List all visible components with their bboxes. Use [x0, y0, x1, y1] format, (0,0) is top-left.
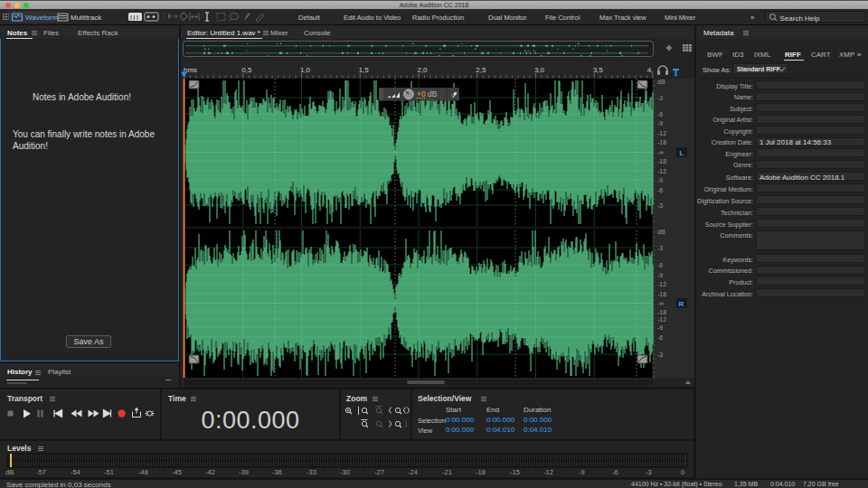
svg-text:-18: -18 [657, 309, 666, 315]
svg-text:-9: -9 [579, 468, 585, 476]
svg-text:-51: -51 [104, 468, 114, 476]
svg-text:2,5: 2,5 [476, 66, 486, 74]
svg-text:2,0: 2,0 [417, 66, 428, 74]
svg-text:dB: dB [657, 79, 665, 85]
svg-text:+0: +0 [417, 89, 426, 99]
svg-text:-18: -18 [657, 291, 666, 297]
svg-text:-33: -33 [307, 468, 316, 476]
svg-text:-24: -24 [408, 468, 418, 476]
svg-text:-9: -9 [657, 177, 663, 183]
svg-text:-3: -3 [646, 468, 652, 476]
svg-text:-3: -3 [657, 202, 663, 209]
svg-text:dB: dB [657, 229, 665, 235]
svg-text:0: 0 [681, 468, 684, 476]
svg-text:-6: -6 [657, 262, 663, 268]
svg-text:-6: -6 [657, 334, 663, 341]
svg-text:dB: dB [5, 468, 14, 476]
svg-text:3,5: 3,5 [593, 66, 604, 74]
svg-text:-12: -12 [657, 130, 666, 136]
svg-text:-9: -9 [657, 272, 663, 278]
svg-text:-18: -18 [476, 468, 486, 476]
svg-text:-42: -42 [205, 468, 215, 476]
svg-text:L: L [680, 149, 684, 157]
svg-text:-9: -9 [657, 324, 663, 331]
svg-text:-15: -15 [510, 468, 520, 476]
svg-text:1,0: 1,0 [300, 66, 311, 74]
svg-text:-39: -39 [239, 468, 249, 476]
svg-text:-6: -6 [657, 111, 663, 117]
svg-text:-27: -27 [374, 468, 384, 476]
svg-text:R: R [679, 300, 684, 308]
svg-text:-12: -12 [657, 168, 666, 174]
svg-text:-57: -57 [36, 468, 46, 476]
svg-text:-36: -36 [272, 468, 282, 476]
svg-text:-9: -9 [657, 120, 663, 127]
svg-text:-6: -6 [612, 468, 618, 476]
svg-text:3,0: 3,0 [534, 66, 545, 74]
svg-text:-∞: -∞ [657, 149, 664, 155]
svg-text:-21: -21 [442, 468, 452, 476]
svg-text:-12: -12 [657, 316, 666, 323]
svg-text:0,5: 0,5 [241, 66, 252, 74]
svg-text:-18: -18 [657, 139, 666, 145]
svg-text:-12: -12 [657, 281, 666, 287]
svg-text:1,5: 1,5 [359, 66, 370, 74]
svg-text:-∞: -∞ [657, 300, 664, 306]
svg-text:-48: -48 [138, 468, 148, 476]
svg-text:-3: -3 [657, 95, 663, 101]
svg-text:-30: -30 [340, 468, 350, 476]
svg-text:-3: -3 [657, 245, 663, 251]
svg-text:4,: 4, [647, 66, 654, 74]
svg-text:-18: -18 [657, 158, 666, 164]
svg-text:-3: -3 [657, 352, 663, 358]
svg-text:-54: -54 [71, 468, 80, 476]
svg-text:-45: -45 [172, 468, 182, 476]
svg-text:dB: dB [428, 89, 438, 99]
svg-text:-6: -6 [657, 187, 663, 193]
svg-text:-12: -12 [543, 468, 553, 476]
